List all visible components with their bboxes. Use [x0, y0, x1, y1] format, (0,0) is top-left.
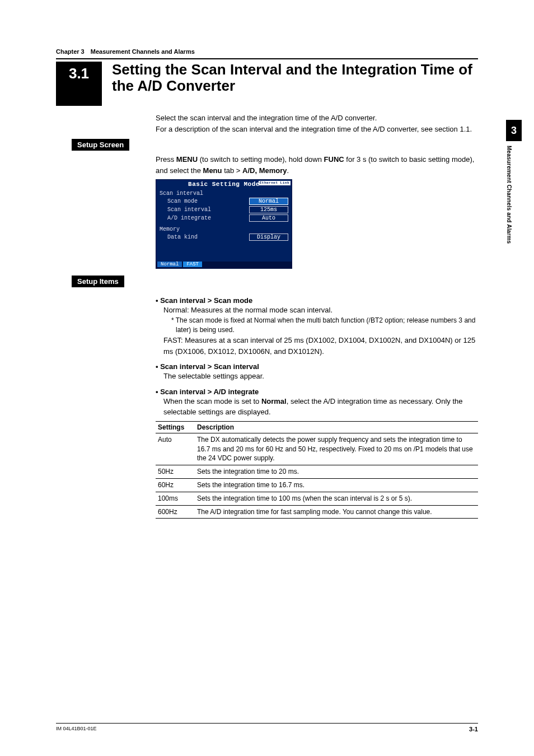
item-head: Scan interval > Scan interval [156, 362, 478, 371]
setup-screen-label: Setup Screen [72, 139, 129, 151]
item-scan-mode: Scan interval > Scan mode Normal: Measur… [156, 296, 478, 357]
chapter-line: Chapter 3 Measurement Channels and Alarm… [56, 48, 478, 55]
item-footnote: * The scan mode is fixed at Normal when … [171, 316, 478, 335]
table-row: 100msSets the integration time to 100 ms… [156, 492, 478, 505]
setup-items-block: Scan interval > Scan mode Normal: Measur… [156, 296, 478, 519]
sc-row-label: Scan interval [167, 207, 211, 213]
sc-group1: Scan interval [160, 190, 203, 197]
footer-page-num: 3-1 [469, 726, 478, 732]
intro-p2: For a description of the scan interval a… [156, 124, 478, 135]
ethernet-badge: Ethernet Link [259, 181, 291, 185]
screenshot-footer: Normal FAST [156, 262, 292, 268]
footer-doc-id: IM 04L41B01-01E [56, 726, 97, 732]
footer-opt[interactable]: FAST [183, 262, 202, 267]
item-body: FAST: Measures at a scan interval of 25 … [163, 335, 478, 357]
section-title-row: 3.1 Setting the Scan Interval and the In… [56, 62, 478, 106]
side-tab-chapter-title: Measurement Channels and Alarms [506, 141, 512, 287]
sc-field[interactable]: Normal [249, 198, 288, 205]
section-number-box: 3.1 [56, 62, 102, 106]
screenshot-title: Basic Setting Mode Ethernet Link [156, 180, 292, 189]
device-screenshot: Basic Setting Mode Ethernet Link Scan in… [156, 179, 292, 269]
item-head: Scan interval > A/D integrate [156, 388, 478, 396]
item-body: When the scan mode is set to Normal, sel… [163, 396, 478, 418]
intro-p1: Select the scan interval and the integra… [156, 113, 478, 124]
table-row: 600HzThe A/D integration time for fast s… [156, 505, 478, 519]
setup-screen-block: Press MENU (to switch to setting mode), … [156, 154, 478, 269]
sc-field[interactable]: 125ms [249, 206, 288, 213]
sc-field[interactable]: Display [249, 234, 288, 241]
item-body: The selectable settings appear. [163, 371, 478, 382]
footer-opt[interactable]: Normal [157, 262, 182, 267]
divider [56, 58, 478, 59]
table-row: AutoThe DX automatically detects the pow… [156, 433, 478, 465]
sc-group2: Memory [160, 226, 180, 232]
side-tab-chapter-num: 3 [506, 120, 522, 141]
item-scan-interval: Scan interval > Scan interval The select… [156, 362, 478, 382]
section-title: Setting the Scan Interval and the Integr… [112, 62, 478, 94]
settings-table: Settings Description AutoThe DX automati… [156, 421, 478, 519]
item-body: Normal: Measures at the normal mode scan… [163, 305, 478, 316]
sc-field[interactable]: Auto [249, 214, 288, 222]
sc-row-label: A/D integrate [167, 215, 211, 221]
table-row: 50HzSets the integration time to 20 ms. [156, 465, 478, 479]
table-header: Settings [156, 421, 195, 433]
setup-items-label: Setup Items [72, 276, 124, 287]
page-footer: IM 04L41B01-01E 3-1 [56, 723, 478, 732]
item-ad-integrate: Scan interval > A/D integrate When the s… [156, 388, 478, 519]
setup-instruction: Press MENU (to switch to setting mode), … [156, 154, 478, 176]
intro-block: Select the scan interval and the integra… [156, 113, 478, 134]
table-header: Description [195, 421, 478, 433]
side-tab: 3 Measurement Channels and Alarms [506, 120, 522, 309]
item-head: Scan interval > Scan mode [156, 296, 478, 305]
sc-row-label: Scan mode [167, 198, 198, 204]
table-row: 60HzSets the integration time to 16.7 ms… [156, 478, 478, 492]
sc-row-label: Data kind [167, 234, 198, 240]
